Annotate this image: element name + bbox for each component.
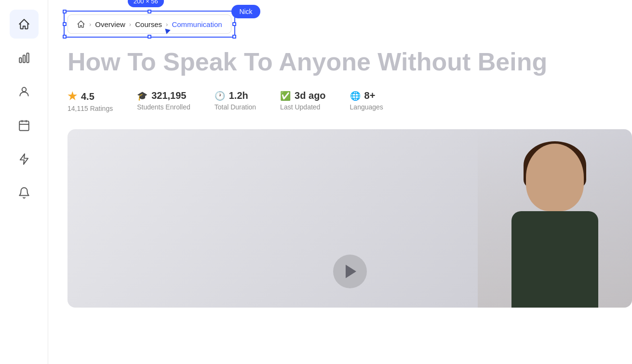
user-badge: Nick (231, 5, 260, 18)
sidebar (0, 0, 48, 364)
handle-middle-left[interactable] (63, 22, 67, 26)
person-figure (487, 139, 622, 308)
stat-value-updated: ✅ 3d ago (280, 90, 325, 101)
duration-value: 1.2h (229, 90, 248, 101)
stat-value-students: 🎓 321,195 (137, 90, 190, 101)
video-person-area (478, 129, 632, 308)
students-value: 321,195 (151, 90, 186, 101)
breadcrumb-container: 200 × 56 › Overview › Courses › Communic… (67, 14, 231, 34)
updated-label: Last Updated (280, 103, 325, 111)
duration-label: Total Duration (215, 103, 256, 111)
play-triangle-icon (346, 265, 356, 278)
stat-duration: 🕐 1.2h Total Duration (215, 90, 256, 111)
globe-icon: 🌐 (350, 91, 361, 101)
svg-rect-1 (23, 55, 25, 63)
lightning-icon (18, 153, 30, 165)
languages-value: 8+ (364, 90, 376, 101)
course-title: How To Speak To Anyone Without Being (67, 48, 613, 76)
play-button[interactable] (333, 255, 367, 288)
breadcrumb-overview[interactable]: Overview (95, 20, 125, 28)
rating-value: 4.5 (81, 91, 94, 102)
star-icon: ★ (67, 90, 77, 103)
handle-bottom-center[interactable] (148, 35, 151, 39)
bell-icon (18, 187, 30, 199)
clock-icon: 🕐 (215, 91, 225, 101)
breadcrumb-sep-1: › (89, 21, 91, 28)
check-circle-icon: ✅ (280, 91, 291, 101)
person-body (511, 211, 598, 308)
stat-rating: ★ 4.5 14,115 Ratings (67, 90, 113, 112)
stats-row: ★ 4.5 14,115 Ratings 🎓 321,195 Students … (67, 90, 613, 112)
breadcrumb-sep-3: › (166, 21, 168, 28)
sidebar-item-analytics[interactable] (10, 43, 39, 72)
breadcrumb-home-icon[interactable] (77, 20, 85, 28)
stat-value-rating: ★ 4.5 (67, 90, 113, 103)
video-preview (67, 129, 632, 308)
sidebar-item-calendar[interactable] (10, 111, 39, 140)
students-label: Students Enrolled (137, 103, 190, 111)
user-icon (18, 85, 30, 98)
svg-point-3 (22, 87, 26, 92)
sidebar-item-home[interactable] (10, 10, 39, 39)
breadcrumb-sep-2: › (129, 21, 131, 28)
person-head (526, 144, 584, 211)
languages-label: Languages (350, 103, 383, 111)
handle-top-center[interactable] (148, 10, 151, 13)
updated-value: 3d ago (295, 90, 325, 101)
handle-bottom-left[interactable] (63, 35, 67, 39)
svg-rect-4 (19, 121, 29, 131)
main-content: 200 × 56 › Overview › Courses › Communic… (48, 0, 632, 364)
home-icon (18, 18, 30, 30)
breadcrumb-courses[interactable]: Courses (135, 20, 162, 28)
sidebar-item-lightning[interactable] (10, 145, 39, 174)
stat-students: 🎓 321,195 Students Enrolled (137, 90, 190, 111)
sidebar-item-notifications[interactable] (10, 178, 39, 207)
handle-middle-right[interactable] (232, 22, 236, 26)
stat-value-languages: 🌐 8+ (350, 90, 383, 101)
rating-label: 14,115 Ratings (67, 105, 113, 112)
graduation-icon: 🎓 (137, 91, 148, 101)
stat-updated: ✅ 3d ago Last Updated (280, 90, 325, 111)
calendar-icon (18, 119, 30, 132)
handle-bottom-right[interactable] (232, 35, 236, 39)
handle-top-left[interactable] (63, 10, 67, 13)
sidebar-item-profile[interactable] (10, 77, 39, 106)
svg-rect-2 (27, 53, 28, 63)
stat-languages: 🌐 8+ Languages (350, 90, 383, 111)
chart-icon (18, 52, 30, 64)
size-badge: 200 × 56 (128, 0, 164, 7)
svg-rect-0 (19, 58, 21, 63)
stat-value-duration: 🕐 1.2h (215, 90, 256, 101)
breadcrumb-communication[interactable]: Communication (172, 20, 222, 28)
breadcrumb: › Overview › Courses › Communication (67, 14, 231, 34)
